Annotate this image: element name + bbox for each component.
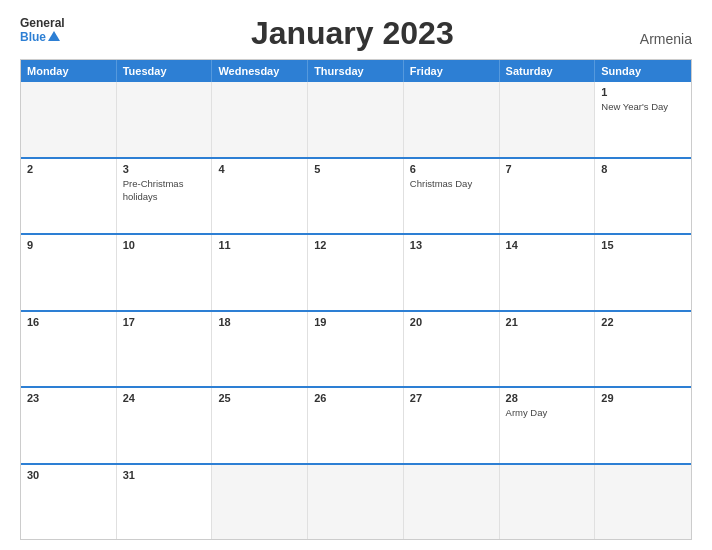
day-number: 20: [410, 316, 493, 328]
week-row-1: 1New Year's Day: [21, 82, 691, 158]
weekday-header-monday: Monday: [21, 60, 117, 82]
header: General Blue January 2023 Armenia: [20, 16, 692, 51]
cal-cell: 31: [117, 465, 213, 539]
day-number: 7: [506, 163, 589, 175]
day-number: 26: [314, 392, 397, 404]
day-number: 16: [27, 316, 110, 328]
cal-cell: 4: [212, 159, 308, 233]
day-number: 10: [123, 239, 206, 251]
country-label: Armenia: [640, 31, 692, 51]
cal-cell: [500, 465, 596, 539]
day-number: 12: [314, 239, 397, 251]
title-block: January 2023: [65, 16, 640, 51]
cal-cell: 21: [500, 312, 596, 386]
day-number: 15: [601, 239, 685, 251]
cal-cell: [404, 465, 500, 539]
cal-cell: 23: [21, 388, 117, 462]
cal-cell: 13: [404, 235, 500, 309]
cal-cell: [308, 465, 404, 539]
cal-cell: 26: [308, 388, 404, 462]
cal-cell: 2: [21, 159, 117, 233]
day-number: 9: [27, 239, 110, 251]
event-label: Christmas Day: [410, 178, 472, 189]
day-number: 28: [506, 392, 589, 404]
weekday-header-thursday: Thursday: [308, 60, 404, 82]
cal-cell: 24: [117, 388, 213, 462]
event-label: New Year's Day: [601, 101, 668, 112]
day-number: 24: [123, 392, 206, 404]
day-number: 31: [123, 469, 206, 481]
cal-cell: 10: [117, 235, 213, 309]
calendar-grid: MondayTuesdayWednesdayThursdayFridaySatu…: [20, 59, 692, 540]
week-row-4: 16171819202122: [21, 312, 691, 388]
cal-cell: 19: [308, 312, 404, 386]
day-number: 11: [218, 239, 301, 251]
cal-cell: 29: [595, 388, 691, 462]
event-label: Army Day: [506, 407, 548, 418]
weekday-header-row: MondayTuesdayWednesdayThursdayFridaySatu…: [21, 60, 691, 82]
cal-cell: 18: [212, 312, 308, 386]
day-number: 13: [410, 239, 493, 251]
day-number: 29: [601, 392, 685, 404]
cal-cell: 30: [21, 465, 117, 539]
cal-cell: [404, 82, 500, 156]
weekday-header-wednesday: Wednesday: [212, 60, 308, 82]
cal-cell: [117, 82, 213, 156]
calendar-page: General Blue January 2023 Armenia Monday…: [0, 0, 712, 550]
week-row-5: 232425262728Army Day29: [21, 388, 691, 464]
cal-cell: [21, 82, 117, 156]
cal-cell: 14: [500, 235, 596, 309]
day-number: 23: [27, 392, 110, 404]
day-number: 8: [601, 163, 685, 175]
logo: General Blue: [20, 16, 65, 45]
cal-cell: 11: [212, 235, 308, 309]
cal-cell: [308, 82, 404, 156]
cal-cell: 7: [500, 159, 596, 233]
cal-cell: 27: [404, 388, 500, 462]
cal-cell: 3Pre-Christmas holidays: [117, 159, 213, 233]
day-number: 22: [601, 316, 685, 328]
cal-cell: 1New Year's Day: [595, 82, 691, 156]
day-number: 17: [123, 316, 206, 328]
weekday-header-saturday: Saturday: [500, 60, 596, 82]
day-number: 21: [506, 316, 589, 328]
day-number: 1: [601, 86, 685, 98]
cal-cell: 20: [404, 312, 500, 386]
day-number: 18: [218, 316, 301, 328]
week-row-6: 3031: [21, 465, 691, 540]
weekday-header-tuesday: Tuesday: [117, 60, 213, 82]
day-number: 3: [123, 163, 206, 175]
cal-cell: 9: [21, 235, 117, 309]
day-number: 25: [218, 392, 301, 404]
weekday-header-friday: Friday: [404, 60, 500, 82]
day-number: 4: [218, 163, 301, 175]
cal-cell: 5: [308, 159, 404, 233]
weekday-header-sunday: Sunday: [595, 60, 691, 82]
day-number: 5: [314, 163, 397, 175]
cal-cell: [212, 465, 308, 539]
cal-cell: 8: [595, 159, 691, 233]
cal-cell: [212, 82, 308, 156]
cal-cell: 15: [595, 235, 691, 309]
cal-cell: [500, 82, 596, 156]
day-number: 2: [27, 163, 110, 175]
day-number: 19: [314, 316, 397, 328]
cal-cell: 16: [21, 312, 117, 386]
logo-triangle-icon: [48, 31, 60, 41]
day-number: 27: [410, 392, 493, 404]
cal-cell: 25: [212, 388, 308, 462]
logo-blue: Blue: [20, 30, 46, 44]
cal-cell: 17: [117, 312, 213, 386]
day-number: 30: [27, 469, 110, 481]
cal-cell: [595, 465, 691, 539]
cal-cell: 22: [595, 312, 691, 386]
logo-general: General: [20, 16, 65, 30]
event-label: Pre-Christmas holidays: [123, 178, 184, 202]
calendar-title: January 2023: [65, 16, 640, 51]
week-row-3: 9101112131415: [21, 235, 691, 311]
week-row-2: 23Pre-Christmas holidays456Christmas Day…: [21, 159, 691, 235]
day-number: 14: [506, 239, 589, 251]
cal-cell: 6Christmas Day: [404, 159, 500, 233]
day-number: 6: [410, 163, 493, 175]
cal-cell: 28Army Day: [500, 388, 596, 462]
